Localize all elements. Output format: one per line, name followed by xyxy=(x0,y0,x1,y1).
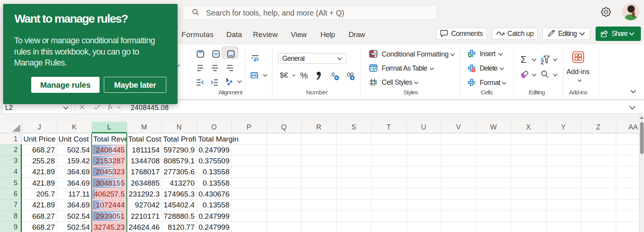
svg-text:Z: Z xyxy=(541,60,544,64)
